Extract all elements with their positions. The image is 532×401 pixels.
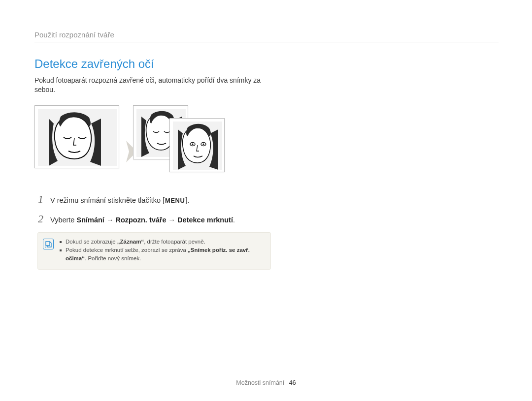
arrow-sep: → xyxy=(104,216,116,224)
note-list: Dokud se zobrazuje „Záznam“, držte fotoa… xyxy=(60,238,264,263)
page-footer: Možnosti snímání 46 xyxy=(0,379,532,386)
note-item-1: Dokud se zobrazuje „Záznam“, držte fotoa… xyxy=(60,238,264,246)
svg-point-7 xyxy=(202,143,204,145)
steps-list: 1 V režimu snímání stiskněte tlačítko [M… xyxy=(34,193,266,225)
intro-text: Pokud fotoaparát rozpozná zavřené oči, a… xyxy=(34,76,266,94)
step-bold-1: Snímání xyxy=(76,216,104,224)
note-box: Dokud se zobrazuje „Záznam“, držte fotoa… xyxy=(37,232,271,270)
photo-eyes-closed xyxy=(34,105,119,168)
step-suffix: . xyxy=(233,216,235,224)
step-text: Vyberte Snímání → Rozpozn. tváře → Detek… xyxy=(50,215,235,225)
arrow-sep: → xyxy=(166,216,178,224)
step-bold-2: Rozpozn. tváře xyxy=(115,216,166,224)
note-text: , držte fotoaparát pevně. xyxy=(144,239,205,245)
note-text: Dokud se zobrazuje xyxy=(66,239,117,245)
svg-point-5 xyxy=(192,143,193,145)
note-text: Pokud detekce mrknutí selže, zobrazí se … xyxy=(66,247,188,253)
step-text: V režimu snímání stiskněte tlačítko [MEN… xyxy=(50,195,189,206)
photo-result-front xyxy=(169,118,225,172)
step-prefix: V režimu snímání stiskněte tlačítko [ xyxy=(50,196,165,204)
breadcrumb: Použití rozpoznání tváře xyxy=(34,31,499,42)
step-suffix: ]. xyxy=(185,196,189,204)
step-bold-3: Detekce mrknutí xyxy=(177,216,233,224)
figure-row xyxy=(34,105,499,179)
note-item-2: Pokud detekce mrknutí selže, zobrazí se … xyxy=(60,246,264,263)
step-number: 2 xyxy=(34,213,43,225)
step-1: 1 V režimu snímání stiskněte tlačítko [M… xyxy=(34,193,266,206)
step-prefix: Vyberte xyxy=(50,216,76,224)
menu-button-label: MENU xyxy=(165,196,185,206)
step-2: 2 Vyberte Snímání → Rozpozn. tváře → Det… xyxy=(34,213,266,225)
footer-section: Možnosti snímání xyxy=(236,379,284,386)
step-number: 1 xyxy=(34,193,43,206)
note-text: . Pořiďte nový snímek. xyxy=(85,255,141,261)
section-title: Detekce zavřených očí xyxy=(34,57,499,71)
photo-stack xyxy=(133,105,232,179)
note-bold: „Záznam“ xyxy=(117,239,144,245)
note-icon xyxy=(43,239,54,249)
footer-page-number: 46 xyxy=(289,379,296,386)
